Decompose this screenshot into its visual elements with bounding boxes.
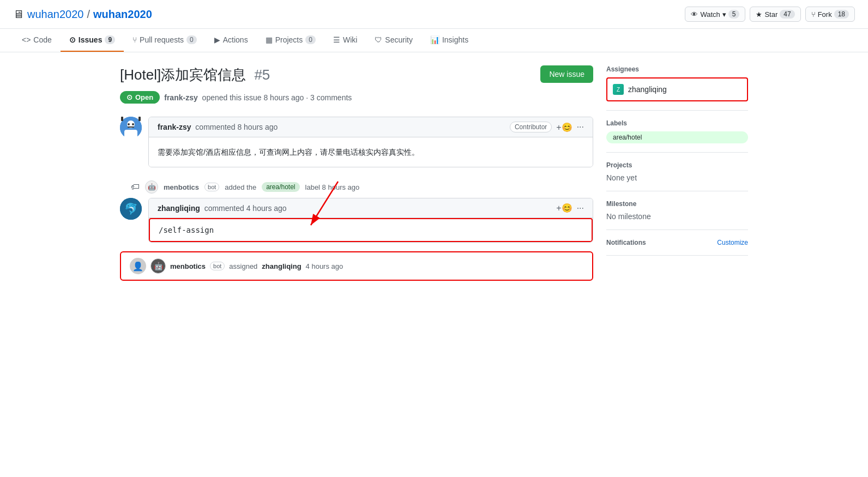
timeline-time: label 8 hours ago (305, 183, 360, 191)
comment-2-container: 🐬 zhangliqing commented 4 hours ago +😊 ·… (120, 198, 593, 243)
more-button-1[interactable]: ··· (577, 122, 584, 132)
comment-header-1: frank-zsy commented 8 hours ago Contribu… (149, 117, 593, 137)
timeline-text-1[interactable]: menbotics (164, 183, 199, 191)
star-button[interactable]: ★ Star 47 (750, 7, 800, 22)
open-icon: ⊙ (126, 93, 132, 101)
tab-pull-requests[interactable]: ⑂ Pull requests 0 (124, 29, 206, 52)
tab-code[interactable]: <> Code (13, 29, 61, 52)
timeline-action: added the (225, 183, 256, 191)
comment-actions-2: +😊 ··· (556, 203, 584, 213)
tab-actions[interactable]: ▶ Actions (206, 29, 257, 52)
svg-text:🐬: 🐬 (124, 203, 138, 216)
nav-tabs: <> Code ⊙ Issues 9 ⑂ Pull requests 0 ▶ A… (0, 29, 868, 52)
comment-block-2: 🐬 zhangliqing commented 4 hours ago +😊 ·… (120, 198, 593, 243)
assignee-name[interactable]: zhangliqing (628, 85, 667, 94)
issue-opened-text: opened this issue 8 hours ago · 3 commen… (202, 93, 352, 102)
menbotics-avatar-small: 🤖 (150, 258, 166, 274)
assigned-time: 4 hours ago (306, 262, 343, 270)
watch-count: 5 (728, 10, 740, 19)
assignee-avatar: Z (613, 84, 624, 95)
watch-label: Watch (700, 10, 720, 19)
assigned-action: assigned (229, 262, 257, 270)
more-button-2[interactable]: ··· (577, 203, 584, 213)
emoji-button-1[interactable]: +😊 (556, 122, 572, 132)
assigned-user[interactable]: zhangliqing (262, 262, 301, 270)
watch-dropdown-icon: ▾ (722, 10, 726, 19)
issue-main: [Hotel]添加宾馆信息 #5 New issue ⊙ Open frank-… (120, 65, 593, 281)
assignees-label: Assignees (606, 65, 748, 73)
tab-projects[interactable]: ▦ Projects 0 (257, 29, 324, 52)
milestone-label: Milestone (606, 200, 748, 208)
issue-sidebar: Assignees Z zhangliqing Labels area/hote… (606, 65, 748, 281)
comment-actions-1: Contributor +😊 ··· (510, 122, 584, 132)
comment-block-1: frank-zsy commented 8 hours ago Contribu… (120, 117, 593, 167)
fork-count: 18 (834, 10, 849, 19)
repo-name-link[interactable]: wuhan2020 (93, 8, 152, 21)
svg-rect-5 (128, 126, 134, 128)
issues-icon: ⊙ (69, 35, 76, 44)
contributor-badge: Contributor (510, 122, 552, 132)
svg-point-3 (128, 123, 130, 125)
customize-link[interactable]: Customize (717, 239, 748, 246)
star-label: Star (764, 10, 777, 19)
pr-icon: ⑂ (132, 35, 137, 44)
comment-meta-1: frank-zsy commented 8 hours ago (158, 123, 278, 131)
notifications-row: Notifications Customize (606, 239, 748, 246)
svg-rect-2 (124, 130, 137, 138)
fork-label: Fork (818, 10, 832, 19)
tab-issues-label: Issues (79, 35, 103, 44)
svg-rect-6 (121, 117, 123, 121)
projects-value: None yet (606, 173, 637, 182)
fork-button[interactable]: ⑂ Fork 18 (805, 7, 855, 22)
label-area-hotel[interactable]: area/hotel (606, 131, 748, 143)
new-issue-button[interactable]: New issue (540, 65, 593, 83)
repo-owner-link[interactable]: wuhan2020 (27, 8, 83, 21)
bot-badge-1: bot (204, 183, 219, 191)
watch-button[interactable]: 👁 Watch ▾ 5 (685, 7, 745, 22)
sidebar-labels-section: Labels area/hotel (606, 111, 748, 153)
actions-icon: ▶ (214, 35, 220, 44)
code-icon: <> (22, 35, 31, 44)
tag-icon: 🏷 (131, 182, 140, 192)
tab-actions-label: Actions (223, 35, 248, 44)
tab-security[interactable]: 🛡 Security (366, 29, 421, 52)
comment-author-2[interactable]: zhangliqing (158, 204, 200, 213)
assigned-bot-name[interactable]: menbotics (170, 262, 206, 270)
fork-icon: ⑂ (811, 10, 816, 19)
tab-insights[interactable]: 📊 Insights (421, 29, 477, 52)
timeline-event-1: 🏷 🤖 menbotics bot added the area/hotel l… (131, 176, 593, 198)
issue-title-text: [Hotel]添加宾馆信息 (120, 67, 246, 83)
area-hotel-label[interactable]: area/hotel (262, 182, 299, 192)
tab-wiki[interactable]: ☰ Wiki (324, 29, 366, 52)
notifications-label: Notifications (606, 239, 646, 246)
issue-title-row: [Hotel]添加宾馆信息 #5 New issue (120, 65, 593, 84)
avatar-zhangliqing: 🐬 (120, 198, 142, 220)
projects-label: Projects (606, 161, 748, 169)
comment-body-2: /self-assign (149, 218, 593, 242)
menbotics-small-avatar: 🤖 (145, 180, 158, 194)
milestone-value: No milestone (606, 212, 651, 221)
bot-badge-2: bot (210, 262, 225, 270)
top-actions: 👁 Watch ▾ 5 ★ Star 47 ⑂ Fork 18 (685, 7, 855, 22)
comment-text-1: 需要添加宾馆/酒店相应信息，可查询网上内容，请尽量电话核实内容真实性。 (158, 146, 584, 158)
issues-count: 9 (105, 35, 115, 44)
self-assign-box: /self-assign (149, 218, 593, 242)
sidebar-projects-section: Projects None yet (606, 153, 748, 191)
eye-icon: 👁 (691, 10, 698, 19)
comment-body-1: 需要添加宾馆/酒店相应信息，可查询网上内容，请尽量电话核实内容真实性。 (149, 137, 593, 167)
insights-icon: 📊 (430, 35, 439, 44)
tab-projects-label: Projects (275, 35, 303, 44)
tab-issues[interactable]: ⊙ Issues 9 (61, 29, 124, 52)
star-count: 47 (780, 10, 794, 19)
comment-meta-2: zhangliqing commented 4 hours ago (158, 204, 287, 213)
svg-point-4 (132, 123, 134, 125)
assignees-box: Z zhangliqing (606, 77, 748, 101)
tab-code-label: Code (33, 35, 51, 44)
sidebar-milestone-section: Milestone No milestone (606, 191, 748, 230)
comment-author-1[interactable]: frank-zsy (158, 123, 191, 131)
issue-author[interactable]: frank-zsy (164, 93, 197, 102)
emoji-button-2[interactable]: +😊 (556, 203, 572, 213)
tab-pr-label: Pull requests (140, 35, 184, 44)
issue-number: #5 (254, 67, 270, 83)
assigned-event-row: 👤 🤖 menbotics bot assigned zhangliqing 4… (120, 251, 593, 281)
